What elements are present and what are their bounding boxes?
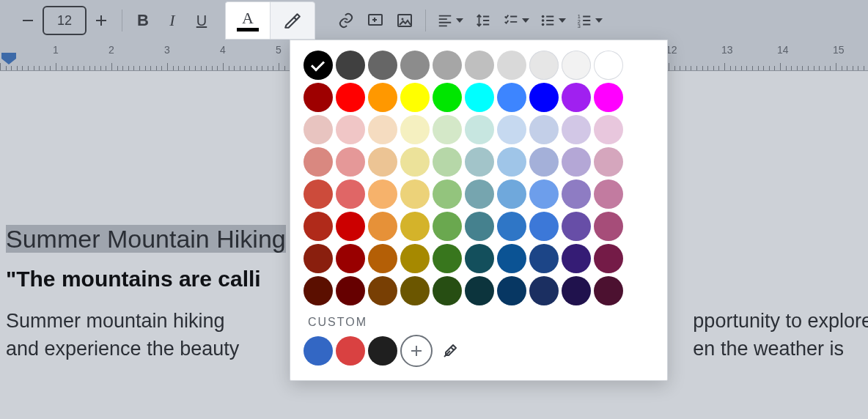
color-swatch[interactable]	[594, 115, 623, 144]
insert-image-button[interactable]	[390, 6, 419, 35]
color-swatch[interactable]	[304, 147, 333, 177]
color-swatch[interactable]	[465, 244, 494, 273]
color-swatch[interactable]	[594, 244, 623, 273]
font-size-input[interactable]: 12	[43, 6, 87, 35]
color-swatch[interactable]	[368, 179, 397, 209]
indent-left-marker[interactable]	[0, 51, 18, 66]
color-swatch[interactable]	[336, 115, 365, 144]
color-swatch[interactable]	[497, 51, 526, 80]
custom-color-swatch[interactable]	[368, 336, 397, 366]
color-swatch[interactable]	[529, 147, 559, 177]
color-swatch[interactable]	[400, 83, 430, 112]
color-swatch[interactable]	[465, 212, 494, 241]
color-swatch[interactable]	[433, 147, 462, 177]
color-swatch[interactable]	[529, 276, 559, 305]
color-swatch[interactable]	[400, 147, 430, 177]
color-swatch[interactable]	[368, 147, 397, 177]
color-swatch[interactable]	[400, 212, 430, 241]
color-swatch[interactable]	[562, 147, 591, 177]
color-swatch[interactable]	[400, 179, 430, 209]
color-swatch[interactable]	[594, 276, 623, 305]
eyedropper-button[interactable]	[435, 336, 465, 366]
font-color-button[interactable]: A	[225, 1, 270, 40]
color-swatch[interactable]	[465, 83, 494, 112]
color-swatch[interactable]	[562, 244, 591, 273]
color-swatch[interactable]	[433, 83, 462, 112]
numbered-list-button[interactable]: 123	[571, 6, 608, 35]
add-custom-color-button[interactable]	[400, 335, 433, 367]
color-swatch[interactable]	[304, 51, 333, 80]
color-swatch[interactable]	[529, 212, 559, 241]
color-swatch[interactable]	[433, 276, 462, 305]
bold-button[interactable]: B	[128, 6, 158, 35]
color-swatch[interactable]	[336, 147, 365, 177]
color-swatch[interactable]	[562, 115, 591, 144]
color-swatch[interactable]	[497, 83, 526, 112]
color-swatch[interactable]	[562, 51, 591, 80]
insert-link-button[interactable]	[331, 6, 361, 35]
color-swatch[interactable]	[336, 83, 365, 112]
color-swatch[interactable]	[304, 83, 333, 112]
color-swatch[interactable]	[594, 83, 623, 112]
color-swatch[interactable]	[465, 276, 494, 305]
color-swatch[interactable]	[562, 276, 591, 305]
underline-button[interactable]: U	[187, 6, 216, 35]
color-swatch[interactable]	[529, 83, 559, 112]
color-swatch[interactable]	[433, 115, 462, 144]
color-swatch[interactable]	[336, 244, 365, 273]
highlight-color-button[interactable]	[270, 1, 315, 40]
color-swatch[interactable]	[368, 51, 397, 80]
color-swatch[interactable]	[594, 179, 623, 209]
color-swatch[interactable]	[400, 115, 430, 144]
color-swatch[interactable]	[465, 51, 494, 80]
color-swatch[interactable]	[497, 115, 526, 144]
bullet-list-button[interactable]	[534, 6, 571, 35]
insert-comment-button[interactable]	[361, 6, 390, 35]
color-swatch[interactable]	[368, 244, 397, 273]
color-swatch[interactable]	[304, 115, 333, 144]
color-swatch[interactable]	[594, 212, 623, 241]
color-swatch[interactable]	[529, 179, 559, 209]
color-swatch[interactable]	[433, 179, 462, 209]
color-swatch[interactable]	[562, 83, 591, 112]
color-swatch[interactable]	[368, 115, 397, 144]
color-swatch[interactable]	[497, 179, 526, 209]
color-swatch[interactable]	[594, 147, 623, 177]
color-swatch[interactable]	[433, 212, 462, 241]
color-swatch[interactable]	[368, 212, 397, 241]
color-swatch[interactable]	[336, 51, 365, 80]
color-swatch[interactable]	[400, 244, 430, 273]
color-swatch[interactable]	[562, 212, 591, 241]
color-swatch[interactable]	[336, 179, 365, 209]
color-swatch[interactable]	[497, 212, 526, 241]
color-swatch[interactable]	[400, 276, 430, 305]
color-swatch[interactable]	[336, 276, 365, 305]
color-swatch[interactable]	[433, 244, 462, 273]
increase-font-button[interactable]	[87, 6, 116, 35]
color-swatch[interactable]	[529, 244, 559, 273]
color-swatch[interactable]	[304, 212, 333, 241]
align-button[interactable]	[432, 6, 468, 35]
color-swatch[interactable]	[368, 276, 397, 305]
color-swatch[interactable]	[594, 51, 623, 80]
color-swatch[interactable]	[304, 276, 333, 305]
color-swatch[interactable]	[562, 179, 591, 209]
color-swatch[interactable]	[304, 244, 333, 273]
color-swatch[interactable]	[465, 115, 494, 144]
color-swatch[interactable]	[465, 147, 494, 177]
decrease-font-button[interactable]	[13, 6, 43, 35]
line-spacing-button[interactable]	[468, 6, 498, 35]
color-swatch[interactable]	[465, 179, 494, 209]
color-swatch[interactable]	[336, 212, 365, 241]
color-swatch[interactable]	[497, 147, 526, 177]
color-swatch[interactable]	[529, 51, 559, 80]
color-swatch[interactable]	[433, 51, 462, 80]
custom-color-swatch[interactable]	[304, 336, 333, 366]
custom-color-swatch[interactable]	[336, 336, 365, 366]
italic-button[interactable]: I	[158, 6, 187, 35]
color-swatch[interactable]	[368, 83, 397, 112]
color-swatch[interactable]	[497, 276, 526, 305]
color-swatch[interactable]	[497, 244, 526, 273]
color-swatch[interactable]	[400, 51, 430, 80]
checklist-button[interactable]	[498, 6, 534, 35]
